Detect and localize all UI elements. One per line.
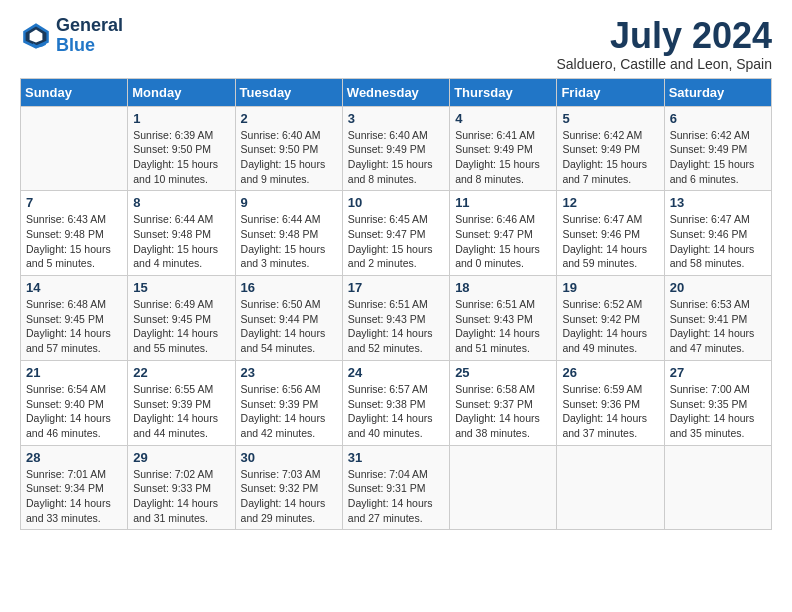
calendar-cell: 14Sunrise: 6:48 AMSunset: 9:45 PMDayligh… [21, 276, 128, 361]
day-number: 8 [133, 195, 229, 210]
calendar-week-2: 7Sunrise: 6:43 AMSunset: 9:48 PMDaylight… [21, 191, 772, 276]
column-header-wednesday: Wednesday [342, 78, 449, 106]
day-number: 20 [670, 280, 766, 295]
day-number: 27 [670, 365, 766, 380]
day-number: 29 [133, 450, 229, 465]
day-number: 26 [562, 365, 658, 380]
calendar-body: 1Sunrise: 6:39 AMSunset: 9:50 PMDaylight… [21, 106, 772, 530]
day-number: 24 [348, 365, 444, 380]
day-info: Sunrise: 6:52 AMSunset: 9:42 PMDaylight:… [562, 297, 658, 356]
day-number: 17 [348, 280, 444, 295]
day-info: Sunrise: 6:51 AMSunset: 9:43 PMDaylight:… [455, 297, 551, 356]
day-number: 3 [348, 111, 444, 126]
day-number: 4 [455, 111, 551, 126]
calendar-cell: 13Sunrise: 6:47 AMSunset: 9:46 PMDayligh… [664, 191, 771, 276]
day-info: Sunrise: 6:58 AMSunset: 9:37 PMDaylight:… [455, 382, 551, 441]
calendar-cell: 21Sunrise: 6:54 AMSunset: 9:40 PMDayligh… [21, 360, 128, 445]
day-info: Sunrise: 6:42 AMSunset: 9:49 PMDaylight:… [562, 128, 658, 187]
page-header: General Blue July 2024 Salduero, Castill… [20, 16, 772, 72]
day-info: Sunrise: 6:39 AMSunset: 9:50 PMDaylight:… [133, 128, 229, 187]
column-header-saturday: Saturday [664, 78, 771, 106]
day-number: 2 [241, 111, 337, 126]
day-number: 21 [26, 365, 122, 380]
calendar-cell: 29Sunrise: 7:02 AMSunset: 9:33 PMDayligh… [128, 445, 235, 530]
day-info: Sunrise: 6:56 AMSunset: 9:39 PMDaylight:… [241, 382, 337, 441]
day-info: Sunrise: 6:44 AMSunset: 9:48 PMDaylight:… [241, 212, 337, 271]
day-number: 15 [133, 280, 229, 295]
day-number: 12 [562, 195, 658, 210]
day-info: Sunrise: 7:02 AMSunset: 9:33 PMDaylight:… [133, 467, 229, 526]
calendar-table: SundayMondayTuesdayWednesdayThursdayFrid… [20, 78, 772, 531]
day-number: 28 [26, 450, 122, 465]
day-info: Sunrise: 6:47 AMSunset: 9:46 PMDaylight:… [670, 212, 766, 271]
month-title: July 2024 [556, 16, 772, 56]
calendar-cell: 19Sunrise: 6:52 AMSunset: 9:42 PMDayligh… [557, 276, 664, 361]
calendar-cell: 17Sunrise: 6:51 AMSunset: 9:43 PMDayligh… [342, 276, 449, 361]
calendar-cell: 9Sunrise: 6:44 AMSunset: 9:48 PMDaylight… [235, 191, 342, 276]
day-info: Sunrise: 7:03 AMSunset: 9:32 PMDaylight:… [241, 467, 337, 526]
column-header-thursday: Thursday [450, 78, 557, 106]
calendar-cell: 1Sunrise: 6:39 AMSunset: 9:50 PMDaylight… [128, 106, 235, 191]
calendar-cell: 26Sunrise: 6:59 AMSunset: 9:36 PMDayligh… [557, 360, 664, 445]
day-info: Sunrise: 7:00 AMSunset: 9:35 PMDaylight:… [670, 382, 766, 441]
column-header-tuesday: Tuesday [235, 78, 342, 106]
day-info: Sunrise: 6:47 AMSunset: 9:46 PMDaylight:… [562, 212, 658, 271]
calendar-cell: 2Sunrise: 6:40 AMSunset: 9:50 PMDaylight… [235, 106, 342, 191]
day-info: Sunrise: 6:50 AMSunset: 9:44 PMDaylight:… [241, 297, 337, 356]
calendar-cell: 15Sunrise: 6:49 AMSunset: 9:45 PMDayligh… [128, 276, 235, 361]
day-info: Sunrise: 6:46 AMSunset: 9:47 PMDaylight:… [455, 212, 551, 271]
calendar-cell: 4Sunrise: 6:41 AMSunset: 9:49 PMDaylight… [450, 106, 557, 191]
day-info: Sunrise: 6:51 AMSunset: 9:43 PMDaylight:… [348, 297, 444, 356]
day-number: 19 [562, 280, 658, 295]
day-info: Sunrise: 6:41 AMSunset: 9:49 PMDaylight:… [455, 128, 551, 187]
day-info: Sunrise: 6:43 AMSunset: 9:48 PMDaylight:… [26, 212, 122, 271]
location: Salduero, Castille and Leon, Spain [556, 56, 772, 72]
day-number: 5 [562, 111, 658, 126]
day-number: 13 [670, 195, 766, 210]
column-header-monday: Monday [128, 78, 235, 106]
day-number: 30 [241, 450, 337, 465]
day-number: 14 [26, 280, 122, 295]
day-number: 6 [670, 111, 766, 126]
calendar-cell [557, 445, 664, 530]
day-number: 16 [241, 280, 337, 295]
calendar-cell: 31Sunrise: 7:04 AMSunset: 9:31 PMDayligh… [342, 445, 449, 530]
day-info: Sunrise: 6:55 AMSunset: 9:39 PMDaylight:… [133, 382, 229, 441]
calendar-cell: 11Sunrise: 6:46 AMSunset: 9:47 PMDayligh… [450, 191, 557, 276]
day-number: 25 [455, 365, 551, 380]
day-info: Sunrise: 7:04 AMSunset: 9:31 PMDaylight:… [348, 467, 444, 526]
calendar-week-4: 21Sunrise: 6:54 AMSunset: 9:40 PMDayligh… [21, 360, 772, 445]
calendar-week-5: 28Sunrise: 7:01 AMSunset: 9:34 PMDayligh… [21, 445, 772, 530]
day-number: 18 [455, 280, 551, 295]
calendar-cell: 30Sunrise: 7:03 AMSunset: 9:32 PMDayligh… [235, 445, 342, 530]
calendar-cell: 5Sunrise: 6:42 AMSunset: 9:49 PMDaylight… [557, 106, 664, 191]
calendar-cell: 24Sunrise: 6:57 AMSunset: 9:38 PMDayligh… [342, 360, 449, 445]
calendar-week-3: 14Sunrise: 6:48 AMSunset: 9:45 PMDayligh… [21, 276, 772, 361]
calendar-week-1: 1Sunrise: 6:39 AMSunset: 9:50 PMDaylight… [21, 106, 772, 191]
logo-line2: Blue [56, 36, 123, 56]
day-info: Sunrise: 6:48 AMSunset: 9:45 PMDaylight:… [26, 297, 122, 356]
column-header-sunday: Sunday [21, 78, 128, 106]
calendar-cell: 3Sunrise: 6:40 AMSunset: 9:49 PMDaylight… [342, 106, 449, 191]
calendar-cell: 20Sunrise: 6:53 AMSunset: 9:41 PMDayligh… [664, 276, 771, 361]
day-number: 7 [26, 195, 122, 210]
day-number: 10 [348, 195, 444, 210]
calendar-cell: 22Sunrise: 6:55 AMSunset: 9:39 PMDayligh… [128, 360, 235, 445]
calendar-header: SundayMondayTuesdayWednesdayThursdayFrid… [21, 78, 772, 106]
calendar-cell: 12Sunrise: 6:47 AMSunset: 9:46 PMDayligh… [557, 191, 664, 276]
day-number: 23 [241, 365, 337, 380]
calendar-cell: 10Sunrise: 6:45 AMSunset: 9:47 PMDayligh… [342, 191, 449, 276]
day-info: Sunrise: 6:44 AMSunset: 9:48 PMDaylight:… [133, 212, 229, 271]
day-info: Sunrise: 6:54 AMSunset: 9:40 PMDaylight:… [26, 382, 122, 441]
logo-icon [20, 20, 52, 52]
calendar-cell: 16Sunrise: 6:50 AMSunset: 9:44 PMDayligh… [235, 276, 342, 361]
day-number: 31 [348, 450, 444, 465]
day-info: Sunrise: 6:57 AMSunset: 9:38 PMDaylight:… [348, 382, 444, 441]
day-info: Sunrise: 6:45 AMSunset: 9:47 PMDaylight:… [348, 212, 444, 271]
calendar-cell: 18Sunrise: 6:51 AMSunset: 9:43 PMDayligh… [450, 276, 557, 361]
title-block: July 2024 Salduero, Castille and Leon, S… [556, 16, 772, 72]
column-header-friday: Friday [557, 78, 664, 106]
day-info: Sunrise: 6:40 AMSunset: 9:50 PMDaylight:… [241, 128, 337, 187]
calendar-cell: 6Sunrise: 6:42 AMSunset: 9:49 PMDaylight… [664, 106, 771, 191]
day-info: Sunrise: 6:42 AMSunset: 9:49 PMDaylight:… [670, 128, 766, 187]
